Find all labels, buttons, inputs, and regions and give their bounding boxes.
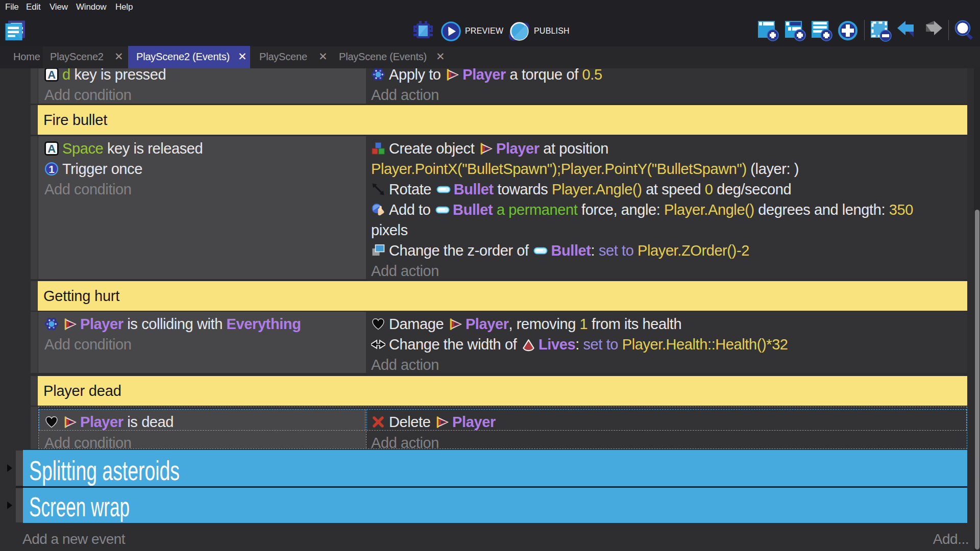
svg-text:1: 1 [48,163,55,175]
svg-text:A: A [47,68,56,81]
svg-text:A: A [47,142,56,155]
svg-text:Splitting asteroids: Splitting asteroids [29,455,180,486]
svg-text:Screen wrap: Screen wrap [29,491,130,522]
